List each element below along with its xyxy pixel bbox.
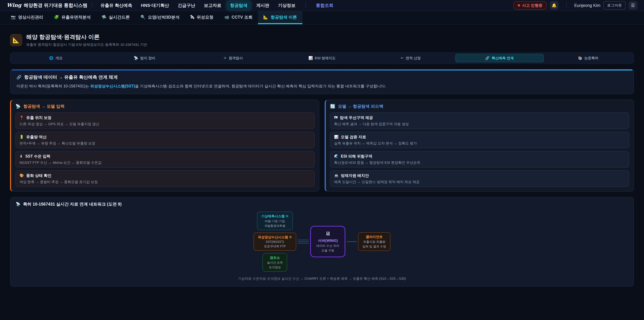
node-line: 데이터 수신·처리: [316, 244, 339, 248]
tab-prediction-linkage[interactable]: 🔗 확산예측 연계: [455, 54, 544, 62]
item-desc: 예측 도달시간 → 오일펜스·방제정 최적 배치 좌표 제공: [334, 180, 625, 184]
card-item-priority-zone: 🗺 탐색 우선구역 제공 확산 예측 결과 → 다음 탐색 집중구역 자동 생성: [330, 112, 629, 129]
menu-button[interactable]: ☰: [628, 1, 637, 10]
node-title: 클라이언트: [362, 235, 386, 239]
nav-item-hns-diffusion[interactable]: HNS·대기확산: [138, 1, 172, 10]
link-icon: 🔗: [16, 75, 22, 80]
subnav-item-satellite-request[interactable]: 🛰 위성요청: [185, 11, 219, 24]
item-title: 모델 검증 자료: [341, 134, 366, 140]
node-client: 클라이언트 유출지점·유출량 입력 및 결과 수령: [358, 232, 390, 251]
node-line: 실시간 조위: [267, 261, 283, 265]
page-title: 해양 항공탐색·원격탐사 이론: [26, 33, 147, 41]
subnav-item-photo-management[interactable]: 📷 영상사진관리: [5, 11, 49, 24]
desc-text-pre: 이문진 박사 특허(등록특허 10-1567431)는: [16, 84, 90, 88]
tab-detection-equipment[interactable]: 📡 탐지 장비: [100, 54, 189, 62]
tab-label: 탐지 장비: [140, 56, 155, 60]
nav-item-oil-spill-prediction[interactable]: 유출유 확산예측: [97, 1, 136, 10]
page-subtitle: 유출유 원격탐지·항공감시 기법·ESI 방제정보지도·등록특허 10-1567…: [26, 42, 147, 47]
triangle-ruler-icon: 📐: [263, 15, 268, 20]
tab-area-calculation[interactable]: ✏ 면적 산정: [366, 54, 455, 62]
map-icon: 🗺: [334, 116, 338, 120]
nav-item-emergency-rescue[interactable]: 긴급구난: [174, 1, 198, 10]
desktop-computer-icon: 🖥: [316, 231, 339, 237]
bar-chart-icon: 📊: [334, 135, 338, 139]
drone-icon: 🛸: [102, 15, 106, 20]
diagram-caption: 기상자료·수온자료·조석정보 실시간 수신 → CHARRY 조류 + 취송류 …: [16, 276, 628, 281]
card-item-weathering-state: 🎨 풍화 상태 확인 색상 분류 → 증발비 추정 → 풍화모델 초기값 보정: [16, 170, 314, 187]
node-line: 국립환경과학원: [261, 224, 289, 228]
triple-link-connector: [298, 240, 309, 244]
node-title: 기상예측시스템 ①: [261, 214, 289, 218]
incident-badge-label: 사고 진행중: [522, 3, 542, 8]
node-tide-station: 검조소 실시간 조위 조석정보: [262, 253, 287, 272]
tab-papers-patents[interactable]: 📚 논문특허: [544, 54, 632, 62]
diagram-title: 📡 특허 10-1567431 실시간 자료 연계 네트워크 (도면 9): [16, 201, 628, 207]
tab-esi-map[interactable]: 📊 ESI 방제지도: [278, 54, 366, 62]
subnav-item-oil-area-analysis[interactable]: 🧩 유출유면적분석: [49, 11, 96, 24]
nav-item-aerial-search[interactable]: 항공탐색: [227, 1, 251, 10]
tab-label: 논문특허: [584, 56, 598, 60]
satellite-dish-icon: 📡: [16, 202, 20, 206]
triangle-ruler-icon: 📐: [12, 37, 20, 44]
node-title: 위성영상수신시스템 ②: [258, 235, 292, 239]
node-line: 유출지점·유출량: [362, 240, 386, 244]
card-header: 🔄 모델 → 항공탐색 피드백: [330, 104, 629, 109]
notification-button[interactable]: 🔔: [550, 1, 558, 10]
item-desc: NGSST FTP 수신 → Akima 보간 → 풍화모델 수온값: [20, 160, 310, 165]
pencil-icon: ✏: [401, 56, 404, 60]
subnav-label: 실시간드론: [109, 15, 130, 20]
subnav-item-pollution-ship-3d[interactable]: 🔍 오염/선박3D분석: [135, 11, 185, 24]
card-item-spill-location: 📍 유출 위치 보정 드론·위성 영상 → GPS 좌표 → 모델 유출지점 갱…: [16, 112, 314, 129]
navbar-divider: [92, 3, 92, 8]
nav-accent-divider: [306, 3, 306, 8]
nav-item-integrated-search[interactable]: 통합조회: [312, 1, 337, 10]
incident-status-badge[interactable]: 사고 진행중: [513, 1, 547, 10]
card-model-to-search: 🔄 모델 → 항공탐색 피드백 🗺 탐색 우선구역 제공 확산 예측 결과 → …: [325, 100, 634, 192]
card-header: 📡 항공탐색 → 모델 입력: [16, 104, 314, 109]
subnav-label: 항공탐색 이론: [271, 15, 297, 20]
tab-overview[interactable]: 🌐 개요: [12, 54, 100, 62]
page-icon-box: 📐: [10, 34, 22, 46]
diagram-title-text: 특허 10-1567431 실시간 자료 연계 네트워크 (도면 9): [23, 201, 122, 207]
palette-icon: 🎨: [20, 173, 24, 178]
books-icon: 📚: [578, 56, 582, 60]
tab-label: 원격탐사: [229, 56, 243, 60]
diagram-canvas: 기상예측시스템 ① 바람·기온·기압 국립환경과학원 위성영상수신시스템 ② S…: [16, 212, 628, 272]
card-item-model-validation: 📊 모델 검증 자료 실측 유출유 위치 ↔ 예측값 오차 분석 → 정확도 평…: [330, 132, 629, 148]
feedback-loop-icon: 🔄: [330, 104, 335, 109]
subnav-item-cctv[interactable]: 📹 CCTV 조회: [219, 11, 258, 24]
nav-item-reports[interactable]: 보고자료: [200, 1, 225, 10]
node-satellite-receiver: 위성영상수신시스템 ② SST(NGSST) 토호쿠대학 FTP: [254, 233, 296, 251]
card-item-esi-risk-zone: 🌊 ESI 피해 위험구역 확산경로×ESI 중첩 → 항공탐색 ESI 현장확…: [330, 151, 629, 168]
page-header: 📐 해양 항공탐색·원격탐사 이론 유출유 원격탐지·항공감시 기법·ESI 방…: [10, 33, 634, 47]
card-item-spill-volume: 🔋 유출량 역산 면적×두께 → 유량 추정 → 확산모델 유출량 보정: [16, 132, 314, 148]
sst-system-link[interactable]: 위성영상수신시스템(SST): [90, 84, 135, 88]
airplane-icon: ✈: [224, 56, 227, 60]
item-title: 탐색 우선구역 제공: [340, 115, 373, 120]
subnav-label: 영상사진관리: [18, 15, 43, 20]
subnav-item-aerial-search-theory[interactable]: 📐 항공탐색 이론: [258, 11, 302, 24]
node-line: SST(NGSST): [258, 240, 292, 244]
subnav-label: 오염/선박3D분석: [148, 15, 180, 20]
user-divider: [566, 3, 566, 8]
card-search-to-model: 📡 항공탐색 → 모델 입력 📍 유출 위치 보정 드론·위성 영상 → GPS…: [10, 100, 319, 192]
item-title: 풍화 상태 확인: [26, 173, 52, 178]
logout-button[interactable]: 로그아웃: [604, 1, 626, 10]
globe-icon: 🌐: [49, 56, 53, 60]
item-desc: 면적×두께 → 유량 추정 → 확산모델 유출량 보정: [20, 141, 310, 146]
user-name: Eunjeong Kim: [574, 3, 600, 8]
tab-label: 면적 산정: [406, 56, 421, 60]
nav-item-weather-info[interactable]: 기상정보: [275, 1, 299, 10]
theory-tab-bar: 🌐 개요 📡 탐지 장비 ✈ 원격탐사 📊 ESI 방제지도 ✏ 면적 산정 🔗: [10, 52, 634, 64]
patent-network-diagram-panel: 📡 특허 10-1567431 실시간 자료 연계 네트워크 (도면 9) 기상…: [10, 197, 634, 287]
node-line: 토호쿠대학 FTP: [258, 244, 292, 248]
subnav-item-realtime-drone[interactable]: 🛸 실시간드론: [96, 11, 135, 24]
nav-item-board[interactable]: 게시판: [253, 1, 273, 10]
ship-icon: 🚢: [334, 173, 338, 178]
tab-remote-sensing[interactable]: ✈ 원격탐사: [189, 54, 278, 62]
magnifier-icon: 🔍: [140, 15, 146, 20]
status-dot-icon: [518, 4, 520, 7]
item-desc: 확산경로×ESI 중첩 → 항공탐색 ESI 현장확인 우선순위: [334, 160, 625, 165]
subnav-label: 유출유면적분석: [62, 15, 91, 20]
app-title: 해양환경 위기대응 통합시스템: [24, 2, 88, 9]
